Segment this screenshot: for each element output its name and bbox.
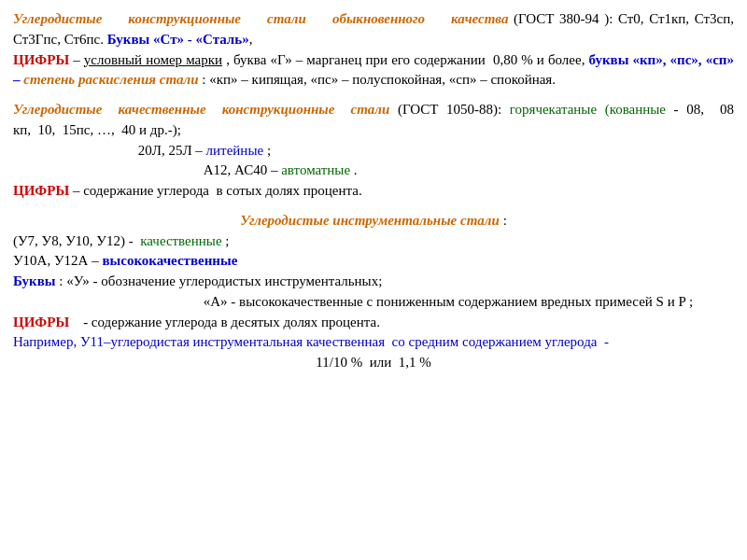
section3-letters-label: Буквы — [13, 273, 56, 288]
section-2: Углеродистые качественные конструкционны… — [13, 100, 734, 202]
section1-para2: ЦИФРЫ – условный номер марки , буква «Г»… — [13, 50, 734, 91]
section3-colon: : — [503, 213, 507, 228]
section2-text3: 20Л, 25Л – — [138, 143, 206, 158]
section3-text5: - содержание углерода в десятых долях пр… — [73, 315, 380, 329]
section2-hot: горячекатаные (кованные — [510, 102, 666, 117]
section2-auto: автоматные — [281, 162, 350, 177]
section3-para5: ЦИФРЫ - содержание углерода в десятых до… — [13, 313, 734, 333]
section-3: Углеродистые инструментальные стали : (У… — [13, 211, 734, 373]
section2-para1: Углеродистые качественные конструкционны… — [13, 100, 734, 141]
section3-formula: 11/10 % или 1,1 % — [316, 355, 430, 370]
section2-dot: . — [354, 162, 358, 177]
section3-para6: Например, У11–углеродистая инструменталь… — [13, 332, 734, 353]
page-content: Углеродистые конструкционные стали обыкн… — [0, 0, 747, 560]
section3-quality: качественные — [140, 233, 221, 248]
section2-semicolon: ; — [267, 143, 271, 158]
section2-title: Углеродистые качественные конструкционны… — [13, 102, 389, 117]
section3-para3: Буквы : «У» - обозначение углеродистых и… — [13, 272, 734, 292]
section3-para2: У10А, У12А – высококачественные — [13, 251, 734, 272]
section1-digits: ЦИФРЫ — [13, 52, 69, 67]
section2-foundry: литейные — [206, 143, 264, 158]
section3-text1: (У7, У8, У10, У12) - — [13, 233, 140, 248]
section1-deoxid: степень раскисления стали — [23, 72, 198, 87]
section1-text4: условный номер марки — [84, 52, 222, 67]
section3-highquality: высококачественные — [102, 253, 237, 268]
section2-text1: (ГОСТ 1050-88): — [398, 102, 510, 117]
section1-text5: , буква «Г» – марганец при его содержани… — [226, 52, 588, 67]
section3-text4: «А» - высококачественные с пониженным со… — [204, 294, 693, 309]
section3-para4: «А» - высококачественные с пониженным со… — [13, 292, 734, 313]
section2-para3: А12, АС40 – автоматные . — [13, 161, 734, 181]
section3-text2: У10А, У12А – — [13, 253, 102, 268]
section3-indent1 — [88, 292, 200, 313]
section3-text3: : «У» - обозначение углеродистых инструм… — [59, 273, 382, 288]
section2-indent — [50, 141, 134, 161]
section2-indent2 — [88, 161, 200, 181]
section1-text2: Буквы «Ст» - «Сталь» — [107, 32, 249, 47]
section3-semicolon1: ; — [225, 233, 229, 248]
section2-text4: А12, АС40 – — [204, 162, 281, 177]
section-1: Углеродистые конструкционные стали обыкн… — [13, 9, 734, 91]
section1-title: Углеродистые конструкционные стали обыкн… — [13, 11, 508, 26]
section2-text5: – содержание углерода в сотых долях проц… — [73, 183, 362, 198]
section1-text6: : «кп» – кипящая, «пс» – полуспокойная, … — [202, 72, 556, 87]
section3-para7: 11/10 % или 1,1 % — [13, 353, 734, 373]
section3-title-para: Углеродистые инструментальные стали : — [13, 211, 734, 231]
section3-digits2: ЦИФРЫ — [13, 315, 69, 329]
section3-example: Например, У11–углеродистая инструменталь… — [13, 334, 609, 349]
section3-para1: (У7, У8, У10, У12) - качественные ; — [13, 231, 734, 252]
section1-comma: , — [249, 32, 253, 47]
section2-para2: 20Л, 25Л – литейные ; — [13, 141, 734, 161]
section1-para1: Углеродистые конструкционные стали обыкн… — [13, 9, 734, 50]
section3-title: Углеродистые инструментальные стали — [240, 213, 500, 228]
section2-para4: ЦИФРЫ – содержание углерода в сотых доля… — [13, 181, 734, 202]
section1-text3: – — [73, 52, 84, 67]
section2-digits: ЦИФРЫ — [13, 183, 69, 198]
